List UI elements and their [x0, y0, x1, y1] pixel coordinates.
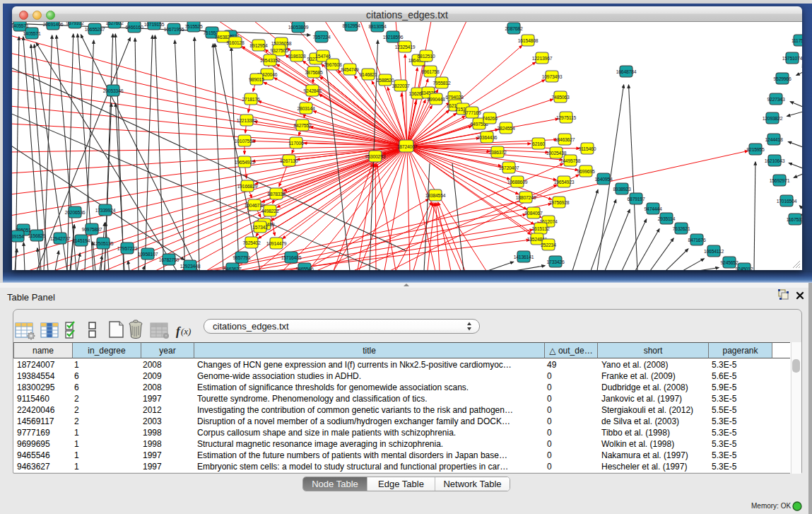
- svg-text:1117535: 1117535: [792, 38, 802, 43]
- svg-text:9115460: 9115460: [579, 146, 596, 151]
- svg-text:17339924: 17339924: [95, 208, 116, 213]
- svg-text:1588520: 1588520: [376, 78, 394, 83]
- svg-text:8267130: 8267130: [280, 158, 298, 163]
- svg-text:9245652: 9245652: [720, 260, 738, 265]
- svg-text:8454749: 8454749: [341, 67, 358, 72]
- svg-text:6879197: 6879197: [627, 197, 645, 201]
- svg-text:10543352: 10543352: [260, 58, 281, 63]
- svg-text:1156829: 1156829: [28, 233, 46, 238]
- svg-text:10655287: 10655287: [85, 27, 105, 32]
- svg-text:90975887: 90975887: [82, 227, 102, 232]
- svg-text:10719155: 10719155: [144, 22, 165, 27]
- svg-text:9463627: 9463627: [223, 267, 241, 271]
- svg-text:1527602: 1527602: [105, 22, 123, 25]
- svg-text:12213382: 12213382: [237, 118, 257, 123]
- svg-text:6466160: 6466160: [125, 25, 143, 30]
- svg-text:9529966: 9529966: [773, 76, 791, 81]
- svg-text:12505135: 12505135: [93, 241, 114, 246]
- svg-text:9327505: 9327505: [270, 48, 288, 53]
- svg-text:1615132: 1615132: [531, 226, 549, 231]
- svg-text:8215955: 8215955: [746, 147, 764, 152]
- svg-text:2967608: 2967608: [324, 62, 341, 67]
- svg-text:9857791: 9857791: [233, 255, 250, 260]
- svg-text:12093822: 12093822: [763, 116, 783, 121]
- svg-text:20364436: 20364436: [477, 135, 498, 140]
- svg-text:989015: 989015: [249, 77, 264, 82]
- svg-text:19654923: 19654923: [235, 160, 255, 165]
- svg-text:15751074: 15751074: [782, 56, 802, 61]
- svg-text:746266: 746266: [482, 116, 498, 121]
- svg-text:10107552: 10107552: [235, 139, 255, 144]
- svg-text:16648784: 16648784: [616, 69, 637, 74]
- svg-text:1244418: 1244418: [765, 137, 782, 142]
- svg-text:1405571: 1405571: [23, 31, 40, 36]
- svg-text:7485063: 7485063: [551, 95, 569, 100]
- svg-text:3875685: 3875685: [305, 70, 322, 75]
- svg-text:18724007: 18724007: [397, 144, 418, 149]
- svg-text:4498222: 4498222: [261, 209, 278, 214]
- svg-text:15720407: 15720407: [499, 165, 519, 170]
- svg-text:9465546: 9465546: [295, 267, 313, 271]
- svg-text:16210643: 16210643: [765, 158, 785, 163]
- svg-text:7386372: 7386372: [488, 150, 506, 155]
- svg-text:1733426: 1733426: [546, 259, 564, 264]
- svg-text:10025438: 10025438: [546, 151, 567, 156]
- svg-text:20206536: 20206536: [65, 210, 86, 215]
- svg-text:8878332: 8878332: [267, 192, 285, 197]
- svg-text:8938923: 8938923: [613, 187, 630, 192]
- svg-text:6961758: 6961758: [421, 69, 439, 74]
- svg-text:9699695: 9699695: [577, 169, 594, 174]
- svg-text:2935114: 2935114: [658, 216, 676, 221]
- svg-text:8813054: 8813054: [368, 24, 386, 29]
- svg-text:10654112: 10654112: [704, 249, 724, 254]
- svg-text:9084067: 9084067: [524, 211, 542, 216]
- svg-text:9474444: 9474444: [644, 206, 661, 211]
- svg-text:7515525: 7515525: [184, 24, 202, 29]
- svg-text:9160128: 9160128: [226, 40, 244, 45]
- svg-text:1167531: 1167531: [787, 217, 802, 222]
- svg-text:9379102: 9379102: [66, 22, 83, 25]
- svg-text:2803144: 2803144: [297, 106, 314, 111]
- svg-text:12942737: 12942737: [50, 236, 71, 241]
- svg-text:1640954: 1640954: [594, 177, 612, 182]
- svg-text:3824554: 3824554: [497, 126, 514, 131]
- svg-text:12975115: 12975115: [556, 115, 577, 120]
- svg-text:117006: 117006: [289, 141, 304, 146]
- svg-text:20691406: 20691406: [43, 22, 64, 27]
- svg-text:16782759: 16782759: [159, 257, 180, 262]
- svg-text:2087682: 2087682: [505, 26, 522, 31]
- svg-text:6812510: 6812510: [417, 54, 435, 59]
- svg-text:20053346: 20053346: [103, 88, 124, 93]
- svg-text:8990448: 8990448: [427, 97, 445, 102]
- svg-text:7955812: 7955812: [433, 81, 450, 86]
- svg-text:8471676: 8471676: [688, 238, 705, 243]
- svg-text:12923448: 12923448: [180, 264, 201, 269]
- svg-text:9777169: 9777169: [463, 110, 481, 115]
- svg-text:154746: 154746: [315, 54, 331, 59]
- svg-text:14495758: 14495758: [560, 158, 581, 163]
- svg-text:16154808: 16154808: [518, 38, 539, 43]
- svg-text:14136141: 14136141: [514, 255, 534, 259]
- svg-text:19218596: 19218596: [383, 35, 404, 40]
- svg-text:157342: 157342: [252, 225, 268, 230]
- svg-text:6794028: 6794028: [445, 95, 463, 100]
- svg-text:18463627: 18463627: [555, 137, 575, 142]
- svg-text:39154: 39154: [12, 234, 24, 239]
- svg-text:1145194: 1145194: [73, 238, 90, 243]
- svg-text:10914479: 10914479: [266, 241, 287, 246]
- svg-text:15716485: 15716485: [281, 255, 302, 260]
- svg-text:7625402: 7625402: [242, 240, 260, 245]
- svg-text:12325419: 12325419: [395, 45, 416, 49]
- svg-text:19384554: 19384554: [425, 193, 446, 198]
- svg-text:62160: 62160: [532, 141, 545, 146]
- svg-text:16053809: 16053809: [288, 25, 309, 30]
- svg-text:10688609: 10688609: [507, 180, 528, 185]
- svg-text:15692971: 15692971: [770, 178, 790, 183]
- svg-text:7357224: 7357224: [312, 35, 330, 40]
- svg-text:8427552: 8427552: [293, 123, 311, 128]
- svg-text:19166829: 19166829: [237, 184, 258, 189]
- svg-text:8186328: 8186328: [288, 54, 305, 59]
- svg-text:12213967: 12213967: [532, 56, 553, 61]
- svg-text:8912954: 8912954: [249, 43, 267, 48]
- svg-text:18807249: 18807249: [516, 195, 536, 200]
